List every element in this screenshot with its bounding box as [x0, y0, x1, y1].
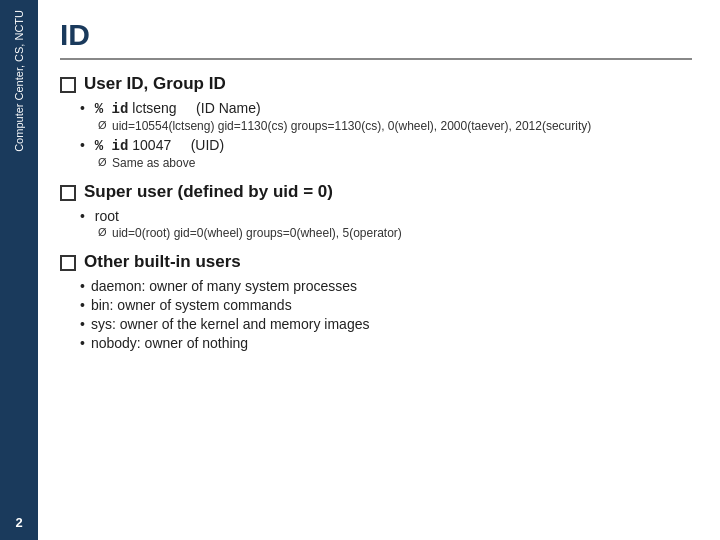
- bullet-text: sys: owner of the kernel and memory imag…: [91, 316, 370, 332]
- command-suffix: (ID Name): [196, 100, 261, 116]
- list-item: root uid=0(root) gid=0(wheel) groups=0(w…: [80, 208, 692, 240]
- super-user-bullets: root uid=0(root) gid=0(wheel) groups=0(w…: [60, 208, 692, 240]
- user-id-bullets: % id lctseng (ID Name) uid=10554(lctseng…: [60, 100, 692, 170]
- sub-list: uid=10554(lctseng) gid=1130(cs) groups=1…: [80, 119, 692, 133]
- section-header-super-user: Super user (defined by uid = 0): [60, 182, 692, 202]
- command-arg: lctseng: [128, 100, 176, 116]
- list-item: bin: owner of system commands: [80, 297, 692, 313]
- list-item: % id 10047 (UID) Same as above: [80, 137, 692, 170]
- sub-list-item-2: Same as above: [98, 156, 692, 170]
- section-other-users: Other built-in users daemon: owner of ma…: [60, 252, 692, 354]
- section-user-id: User ID, Group ID % id lctseng (ID Name)…: [60, 74, 692, 174]
- list-item: daemon: owner of many system processes: [80, 278, 692, 294]
- sidebar: Computer Center, CS, NCTU 2: [0, 0, 38, 540]
- command-suffix-2: (UID): [191, 137, 224, 153]
- command-bold: % id: [95, 101, 129, 117]
- other-users-bullets: daemon: owner of many system processes b…: [60, 278, 692, 351]
- section-header-user-id: User ID, Group ID: [60, 74, 692, 94]
- section-header-other-users: Other built-in users: [60, 252, 692, 272]
- section-title-other-users: Other built-in users: [84, 252, 241, 272]
- sub-list-item-3: uid=0(root) gid=0(wheel) groups=0(wheel)…: [98, 226, 692, 240]
- sub-list-2: Same as above: [80, 156, 692, 170]
- list-item: nobody: owner of nothing: [80, 335, 692, 351]
- main-content: ID User ID, Group ID % id lctseng (ID Na…: [38, 0, 720, 540]
- checkbox-icon: [60, 77, 76, 93]
- section-title-user-id: User ID, Group ID: [84, 74, 226, 94]
- sub-list-3: uid=0(root) gid=0(wheel) groups=0(wheel)…: [80, 226, 692, 240]
- bullet-text: nobody: owner of nothing: [91, 335, 248, 351]
- title-divider: [60, 58, 692, 60]
- root-label: root: [95, 208, 119, 224]
- list-item: % id lctseng (ID Name) uid=10554(lctseng…: [80, 100, 692, 133]
- sub-list-item: uid=10554(lctseng) gid=1130(cs) groups=1…: [98, 119, 692, 133]
- slide-title: ID: [60, 18, 692, 52]
- checkbox-icon-3: [60, 255, 76, 271]
- section-super-user: Super user (defined by uid = 0) root uid…: [60, 182, 692, 244]
- sidebar-label: Computer Center, CS, NCTU: [12, 10, 26, 152]
- command-bold-2: % id: [95, 138, 129, 154]
- section-title-super-user: Super user (defined by uid = 0): [84, 182, 333, 202]
- bullet-text: bin: owner of system commands: [91, 297, 292, 313]
- slide-number: 2: [15, 515, 22, 530]
- checkbox-icon-2: [60, 185, 76, 201]
- bullet-text: daemon: owner of many system processes: [91, 278, 357, 294]
- command-arg-2: 10047: [128, 137, 171, 153]
- list-item: sys: owner of the kernel and memory imag…: [80, 316, 692, 332]
